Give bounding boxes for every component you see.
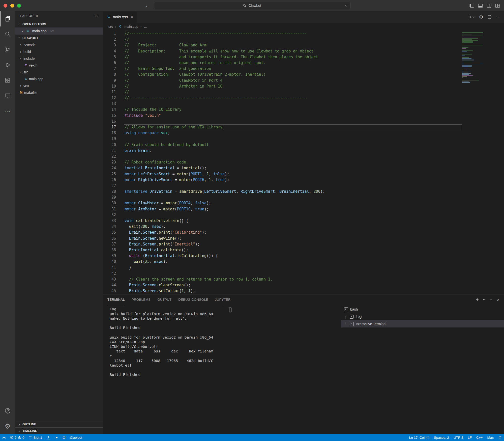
split-editor-icon[interactable] [488,15,492,19]
tab-debug-console[interactable]: DEBUG CONSOLE [178,294,208,305]
toggle-panel-icon[interactable] [478,4,483,8]
code-line-4[interactable]: 4// Description: This example will show … [103,48,504,54]
run-file-button[interactable] [468,15,475,19]
breadcrumb-src[interactable]: src [108,25,113,29]
code-line-7[interactable]: 7// Brain Supported: 2nd generation [103,66,504,72]
tab-terminal[interactable]: TERMINAL [107,294,125,305]
project-name[interactable]: Clawbot [68,434,84,441]
code-line-21[interactable]: 21brain Brain; [103,148,504,154]
folder-vex[interactable]: ›vex [15,82,103,89]
run-program-button[interactable] [53,434,61,441]
command-center-search[interactable]: Clawbot [154,2,350,9]
code-line-33[interactable]: 33void calibrateDrivetrain() { [103,218,504,224]
code-line-40[interactable]: 40 wait(25, msec); [103,259,504,265]
source-control-icon[interactable] [0,42,15,57]
close-window-button[interactable] [4,4,7,8]
notifications-button[interactable] [496,436,504,439]
terminal-list-item-bash[interactable]: bash [341,306,504,313]
terminal-list-item-log[interactable]: ┌Log [341,313,504,320]
code-line-13[interactable]: 13 [103,101,504,107]
tab-problems[interactable]: PROBLEMS [132,294,151,305]
tab-main-cpp[interactable]: C main.cpp × [103,11,137,23]
code-line-23[interactable]: 23// Robot configuration code. [103,159,504,165]
tab-jupyter[interactable]: JUPYTER [215,294,231,305]
terminal-dropdown-icon[interactable] [483,298,485,301]
code-line-15[interactable]: 15#include "vex.h" [103,113,504,119]
code-line-11[interactable]: 11// [103,89,504,95]
close-panel-icon[interactable]: × [497,297,499,302]
code-line-5[interactable]: 5// and transports it forward. The Clawb… [103,54,504,60]
code-line-44[interactable]: 44 Brain.Screen.clearScreen(); [103,282,504,288]
stop-program-button[interactable] [61,434,68,441]
code-line-20[interactable]: 20// Brain should be defined by default [103,142,504,148]
terminal-pane-interactive[interactable] [222,305,341,434]
code-line-1[interactable]: 1//-------------------------------------… [103,31,504,37]
toggle-secondary-sidebar-icon[interactable] [487,4,491,8]
back-button[interactable]: ← [145,3,150,8]
explorer-icon[interactable] [0,11,15,26]
code-line-32[interactable]: 32 [103,212,504,218]
code-line-34[interactable]: 34 wait(200, msec); [103,224,504,230]
code-line-8[interactable]: 8// Configuration: Clawbot (Drivetrain 2… [103,72,504,77]
code-line-3[interactable]: 3// Project: Claw and Arm [103,42,504,48]
code-line-35[interactable]: 35 Brain.Screen.print("Calibrating"); [103,230,504,235]
problems-indicator[interactable]: 0 0 [8,434,27,441]
account-icon[interactable] [0,403,15,419]
code-line-43[interactable]: 43 // Clears the screen and returns the … [103,277,504,282]
remote-explorer-icon[interactable] [0,88,15,103]
extensions-icon[interactable] [0,73,15,88]
customize-layout-icon[interactable] [495,4,500,8]
workspace-header[interactable]: › CLAWBOT [15,35,103,41]
close-tab-icon[interactable]: × [131,15,133,19]
code-line-12[interactable]: 12//------------------------------------… [103,95,504,101]
file-makefile[interactable]: Mmakefile [15,89,103,96]
code-line-26[interactable]: 26motor RightDriveSmart = motor(PORT6, 1… [103,177,504,183]
code-line-42[interactable]: 42 [103,271,504,277]
open-editors-header[interactable]: › OPEN EDITORS [15,21,103,27]
terminal-output[interactable]: Logunix build for platform vexiq2 on Dar… [103,305,222,434]
code-line-22[interactable]: 22 [103,154,504,159]
code-line-18[interactable]: 18using namespace vex; [103,130,504,136]
code-line-25[interactable]: 25motor LeftDriveSmart = motor(PORT1, 1,… [103,171,504,177]
folder-src[interactable]: ›src [15,69,103,75]
code-line-10[interactable]: 10// ArmMotor in Port 10 [103,84,504,89]
remote-indicator[interactable]: >< [0,434,8,441]
settings-gear-icon[interactable]: ⚙ [479,14,483,20]
folder-build[interactable]: ›build [15,48,103,55]
language-mode[interactable]: C++ [474,436,485,439]
maximize-panel-icon[interactable] [490,298,492,301]
more-actions-icon[interactable]: ⋯ [94,14,98,18]
tab-output[interactable]: OUTPUT [157,294,171,305]
code-line-2[interactable]: 2// [103,37,504,42]
code-line-37[interactable]: 37 Brain.Screen.print("Inertial"); [103,241,504,247]
cursor-position[interactable]: Ln 17, Col 44 [407,436,432,439]
code-line-36[interactable]: 36 Brain.Screen.newLine(); [103,236,504,241]
file-vex.h[interactable]: Cvex.h [15,62,103,69]
encoding[interactable]: UTF-8 [451,436,465,439]
code-line-9[interactable]: 9// ClawMotor in Port 4 [103,78,504,84]
os-indicator[interactable]: Mac [485,436,496,439]
timeline-section[interactable]: › TIMELINE [15,427,103,434]
breadcrumb-main-cpp[interactable]: main.cpp [125,25,138,29]
file-main.cpp[interactable]: Cmain.cpp [15,75,103,82]
maximize-window-button[interactable] [17,4,21,8]
code-line-16[interactable]: 16 [103,119,504,124]
indentation[interactable]: Spaces: 2 [432,436,451,439]
code-line-39[interactable]: 39 while (BrainInertial.isCalibrating())… [103,253,504,259]
code-line-14[interactable]: 14// Include the IQ Library [103,107,504,113]
more-actions-icon[interactable]: ⋯ [496,14,500,20]
eol-sequence[interactable]: LF [465,436,474,439]
code-line-17[interactable]: 17// Allows for easier use of the VEX Li… [103,124,504,130]
folder-.vscode[interactable]: ›.vscode [15,41,103,48]
open-editor-main-cpp[interactable]: × C main.cpp src [15,27,103,35]
run-debug-icon[interactable] [0,57,15,73]
folder-include[interactable]: ›include [15,55,103,62]
code-line-28[interactable]: 28smartdrive Drivetrain = smartdrive(Lef… [103,189,504,195]
code-line-41[interactable]: 41 } [103,265,504,271]
code-line-45[interactable]: 45 Brain.Screen.setCursor(1, 1); [103,288,504,294]
code-line-30[interactable]: 30motor ClawMotor = motor(PORT4, false); [103,200,504,206]
minimap[interactable] [462,31,486,83]
code-line-29[interactable]: 29 [103,195,504,200]
search-icon[interactable] [0,26,15,42]
vex-extension-icon[interactable]: v=x [0,103,15,119]
